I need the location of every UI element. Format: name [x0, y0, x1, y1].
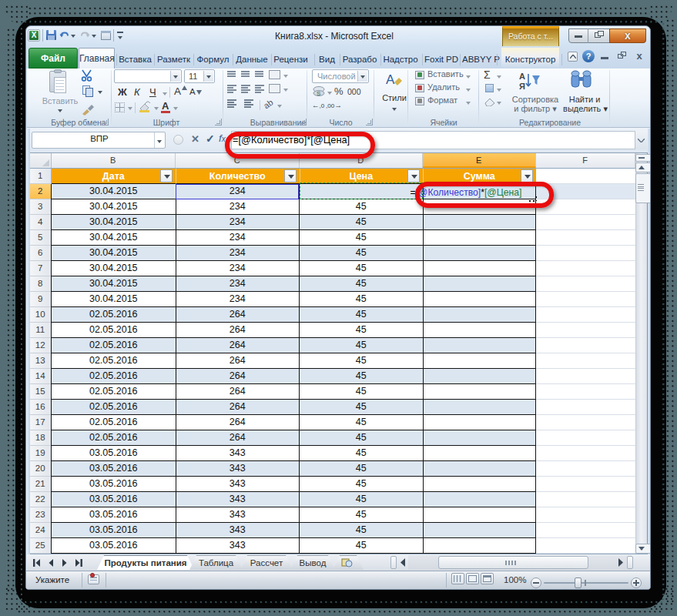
svg-text:S: S: [317, 90, 320, 97]
svg-text:А: А: [519, 72, 525, 81]
svg-text:А: А: [386, 72, 395, 87]
svg-text:Я: Я: [519, 82, 525, 91]
